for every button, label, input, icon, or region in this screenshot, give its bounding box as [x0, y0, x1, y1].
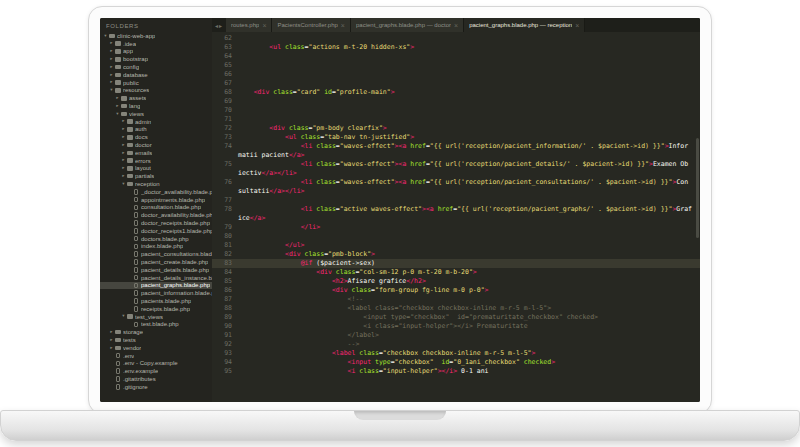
- tree-folder-item[interactable]: ▾clinic-web-app: [100, 32, 212, 40]
- tree-file-item[interactable]: pacients.blade.php: [100, 297, 212, 305]
- code-line: 74 <li class="waves-effect"><a href="{{ …: [212, 142, 700, 160]
- tab-overflow-icon[interactable]: ◂▸: [212, 18, 226, 32]
- code-text: [238, 79, 700, 88]
- code-line: 66: [212, 70, 700, 79]
- code-text: [238, 34, 700, 43]
- tree-item-label: pacient_information.blade.php: [141, 290, 212, 296]
- code-line: 70: [212, 106, 700, 115]
- code-text: <ul class="actions m-t-20 hidden-xs">: [238, 43, 700, 52]
- editor-window: FOLDERS ▾clinic-web-app▸.idea▸app▸bootst…: [100, 18, 700, 402]
- tree-folder-item[interactable]: ▸admin: [100, 118, 212, 126]
- tree-file-item[interactable]: doctors.blade.php: [100, 235, 212, 243]
- disclosure-arrow-icon: ▸: [109, 330, 114, 335]
- folder-icon: [127, 174, 133, 179]
- code-area[interactable]: 62 63 <ul class="actions m-t-20 hidden-x…: [212, 32, 700, 402]
- tree-folder-item[interactable]: ▸partials: [100, 172, 212, 180]
- tree-folder-item[interactable]: ▸config: [100, 63, 212, 71]
- tree-file-item[interactable]: doctor_availability.blade.php: [100, 211, 212, 219]
- tree-file-item[interactable]: pacient_details_instance.blade.php: [100, 274, 212, 282]
- tree-file-item[interactable]: test.blade.php: [100, 320, 212, 328]
- tree-folder-item[interactable]: ▸lang: [100, 102, 212, 110]
- line-number: 91: [212, 331, 238, 340]
- disclosure-arrow-icon: ▸: [121, 158, 126, 163]
- line-number: 77: [212, 196, 238, 205]
- code-text: </ul>: [238, 241, 700, 250]
- tab-close-icon[interactable]: ×: [262, 22, 266, 29]
- code-text: <div class="pm-body clearfix">: [238, 124, 700, 133]
- tree-folder-item[interactable]: ▾views: [100, 110, 212, 118]
- tree-folder-item[interactable]: ▸storage: [100, 328, 212, 336]
- editor-tab[interactable]: routes.php×: [226, 18, 272, 32]
- tree-file-item[interactable]: doctor_receipts1.blade.php: [100, 227, 212, 235]
- tree-item-label: pacient_details.blade.php: [141, 267, 209, 273]
- code-line: 80: [212, 232, 700, 241]
- tree-folder-item[interactable]: ▾test_views: [100, 313, 212, 321]
- tree-folder-item[interactable]: ▸docs: [100, 133, 212, 141]
- tree-folder-item[interactable]: ▸.idea: [100, 40, 212, 48]
- tree-file-item[interactable]: pacient_details.blade.php: [100, 266, 212, 274]
- tree-folder-item[interactable]: ▾resources: [100, 87, 212, 95]
- tree-folder-item[interactable]: ▸assets: [100, 94, 212, 102]
- tree-file-item[interactable]: pacient_create.blade.php: [100, 258, 212, 266]
- tree-file-item[interactable]: pacient_information.blade.php: [100, 289, 212, 297]
- folder-icon: [115, 88, 121, 93]
- tree-folder-item[interactable]: ▸errors: [100, 157, 212, 165]
- tree-file-item[interactable]: appointments.blade.php: [100, 196, 212, 204]
- disclosure-arrow-icon: ▾: [109, 88, 114, 93]
- tree-file-item[interactable]: .env.example: [100, 367, 212, 375]
- line-number: 81: [212, 241, 238, 250]
- disclosure-arrow-icon: ▸: [121, 151, 126, 156]
- tree-file-item[interactable]: pacient_graphs.blade.php: [100, 282, 212, 290]
- line-number: 71: [212, 115, 238, 124]
- tree-file-item[interactable]: .env: [100, 352, 212, 360]
- tree-file-item[interactable]: consultation.blade.php: [100, 204, 212, 212]
- line-number: 65: [212, 61, 238, 70]
- editor-tab[interactable]: PacientsController.php×: [272, 18, 350, 32]
- tree-file-item[interactable]: index.blade.php: [100, 243, 212, 251]
- line-number: 93: [212, 349, 238, 358]
- tree-file-item[interactable]: .gitignore: [100, 383, 212, 391]
- code-line: 92 -->: [212, 340, 700, 349]
- tab-close-icon[interactable]: ×: [341, 22, 345, 29]
- tree-folder-item[interactable]: ▸database: [100, 71, 212, 79]
- tab-close-icon[interactable]: ×: [454, 22, 458, 29]
- editor-tab[interactable]: pacient_graphs.blade.php — reception×: [464, 18, 585, 32]
- tree-item-label: doctor_availability.blade.php: [141, 212, 212, 218]
- tree-item-label: _doctor_availability.blade.php: [141, 189, 212, 195]
- tree-folder-item[interactable]: ▸doctor: [100, 141, 212, 149]
- tree-folder-item[interactable]: ▸public: [100, 79, 212, 87]
- line-number: 86: [212, 286, 238, 295]
- vertical-scrollbar[interactable]: [696, 138, 699, 238]
- code-line: 64: [212, 52, 700, 61]
- tree-file-item[interactable]: _doctor_availability.blade.php: [100, 188, 212, 196]
- editor-tab[interactable]: pacient_graphs.blade.php — doctor×: [351, 18, 464, 32]
- tree-folder-item[interactable]: ▸layout: [100, 165, 212, 173]
- code-line: 73 <ul class="tab-nav tn-justified">: [212, 133, 700, 142]
- tree-folder-item[interactable]: ▸bootstrap: [100, 55, 212, 63]
- tab-close-icon[interactable]: ×: [575, 22, 579, 29]
- tree-folder-item[interactable]: ▸emails: [100, 149, 212, 157]
- tree-file-item[interactable]: pacient_consultations.blade.php: [100, 250, 212, 258]
- tree-folder-item[interactable]: ▸app: [100, 48, 212, 56]
- tree-item-label: pacient_graphs.blade.php: [141, 282, 210, 288]
- folder-icon: [115, 65, 121, 70]
- tree-folder-item[interactable]: ▸auth: [100, 126, 212, 134]
- tree-file-item[interactable]: .env - Copy.example: [100, 359, 212, 367]
- tree-file-item[interactable]: receipts.blade.php: [100, 305, 212, 313]
- line-number: 79: [212, 223, 238, 232]
- tree-folder-item[interactable]: ▾reception: [100, 180, 212, 188]
- file-icon: [134, 212, 138, 218]
- folders-header: FOLDERS: [100, 21, 212, 32]
- tree-folder-item[interactable]: ▸tests: [100, 336, 212, 344]
- tree-item-label: errors: [135, 158, 151, 164]
- file-icon: [116, 361, 120, 367]
- disclosure-arrow-icon: ▸: [109, 80, 114, 85]
- tree-folder-item[interactable]: ▸vendor: [100, 344, 212, 352]
- tree-item-label: layout: [135, 165, 151, 171]
- code-line: 79 </li>: [212, 223, 700, 232]
- code-text: <li class="active waves-effect"><a href=…: [238, 205, 700, 223]
- file-icon: [134, 189, 138, 195]
- tree-file-item[interactable]: .gitattributes: [100, 375, 212, 383]
- tree-file-item[interactable]: doctor_receipts.blade.php: [100, 219, 212, 227]
- laptop-screen-bezel: FOLDERS ▾clinic-web-app▸.idea▸app▸bootst…: [88, 6, 712, 414]
